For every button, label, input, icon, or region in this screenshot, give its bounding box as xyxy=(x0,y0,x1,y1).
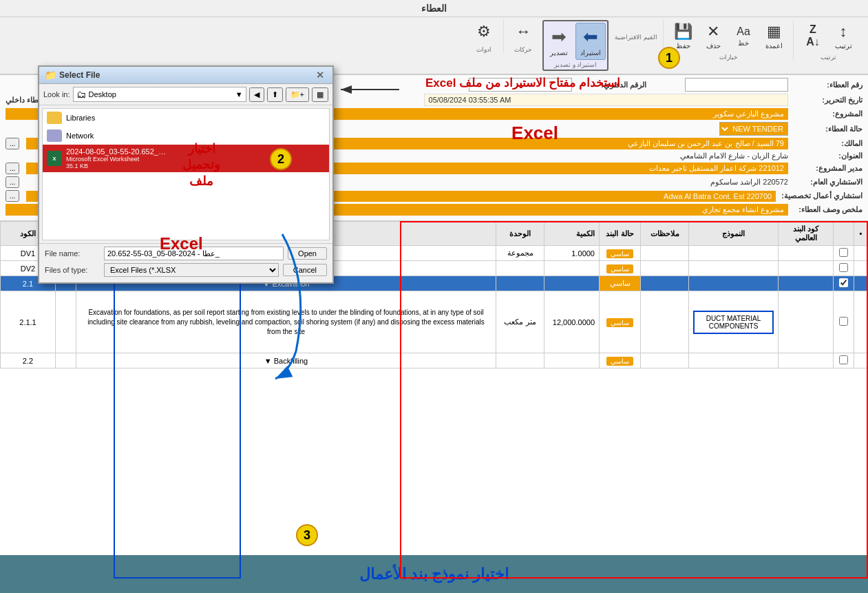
ribbon-section-khiyarat-label: خيارات xyxy=(719,54,738,61)
dialog-new-folder-btn[interactable]: 📁+ xyxy=(286,87,309,102)
cell-status: ساسي xyxy=(600,261,641,276)
cell-status: ساسي xyxy=(600,246,641,261)
status-tag: ساسي xyxy=(606,249,633,258)
special-consultant-pick-btn[interactable]: ... xyxy=(6,190,19,202)
ribbon-btn-font[interactable]: Aa خط xyxy=(730,23,757,50)
th-status: حالة البند xyxy=(600,222,641,246)
th-global-code: كود البند العالمي xyxy=(779,222,834,246)
ribbon-btn-save-label: حفظ xyxy=(676,42,690,50)
table-row[interactable]: ساسي Backfilling ▼ 2.2 xyxy=(1,353,868,368)
ribbon-btn-import-label: استيراد xyxy=(580,49,601,56)
dialog-close-btn[interactable]: ✕ xyxy=(313,70,327,81)
window-title: العطاء xyxy=(421,3,447,14)
ribbon-btn-columns[interactable]: ▦ اعمدة xyxy=(760,20,787,52)
consultant-pick-btn[interactable]: ... xyxy=(6,176,19,188)
ribbon-btn-delete-label: حذف xyxy=(706,42,721,50)
cell-check[interactable] xyxy=(834,261,854,276)
cell-dot xyxy=(854,276,868,291)
cell-gcode xyxy=(779,353,834,368)
folder-icon-libraries xyxy=(47,112,62,124)
arrow-dialog-to-import xyxy=(337,79,399,100)
font-icon: Aa xyxy=(737,25,750,38)
select-status[interactable]: NEW TENDER xyxy=(719,122,788,136)
ribbon-section-harakat: ↔ حركات xyxy=(503,20,542,53)
look-in-dropdown-icon: ▼ xyxy=(235,90,243,98)
export-icon: ➡ xyxy=(551,26,567,48)
cell-check[interactable] xyxy=(834,291,854,353)
table-row[interactable]: DUCT MATERIAL COMPONENTS ساسي 12,000.000… xyxy=(1,291,868,353)
cell-qty xyxy=(544,261,600,276)
th-dot: • xyxy=(854,222,868,246)
cell-unit xyxy=(496,261,544,276)
cell-notes xyxy=(641,291,689,353)
dialog-nav-up-btn[interactable]: ⬆ xyxy=(267,87,283,102)
ribbon-section-tartib: ↕ ترتيب ZA↓ ترتيب xyxy=(793,20,862,61)
folder-icon-network xyxy=(47,129,62,142)
owner-pick-btn[interactable]: ... xyxy=(6,138,19,149)
checkbox-row3[interactable] xyxy=(839,278,848,287)
status-tag: ساسي xyxy=(606,264,633,273)
label-project: المشروع: xyxy=(794,110,862,118)
annotation-excel-file: Excel xyxy=(160,234,203,253)
cell-check[interactable] xyxy=(834,246,854,261)
ribbon-section-adawat: ⚙ ادوات xyxy=(465,20,503,53)
cell-unit: متر مكعب xyxy=(496,291,544,353)
status-tag: ساسي xyxy=(606,357,633,366)
dialog-nav-back-btn[interactable]: ◀ xyxy=(249,87,264,102)
cell-unit xyxy=(496,353,544,368)
ribbon-btn-columns-label: اعمدة xyxy=(765,42,783,50)
th-template: النموذج xyxy=(689,222,779,246)
label-address: العنوان: xyxy=(794,152,862,160)
cell-dot xyxy=(854,353,868,368)
file-size-excel: 35.1 KB xyxy=(66,163,166,169)
delete-icon: ✕ xyxy=(707,23,719,41)
cell-notes xyxy=(641,353,689,368)
save-icon: 💾 xyxy=(674,23,692,41)
dialog-file-icon: 📁 xyxy=(45,70,56,81)
file-name-network: Network xyxy=(66,132,94,140)
ribbon-section-tartib-label: ترتيب xyxy=(821,54,836,61)
ribbon-btn-delete[interactable]: ✕ حذف xyxy=(699,20,727,52)
dialog-look-input: 🗂 Desktop ▼ xyxy=(73,87,246,102)
cell-unit xyxy=(496,276,544,291)
checkbox-row5[interactable] xyxy=(839,355,848,364)
cell-gcode xyxy=(779,291,834,353)
cell-template: DUCT MATERIAL COMPONENTS xyxy=(689,291,779,353)
dialog-view-btn[interactable]: ▦ xyxy=(312,87,328,102)
ribbon-section-import-export-label: استيراد و تصدير xyxy=(554,61,597,68)
checkbox-row4[interactable] xyxy=(839,317,848,326)
cell-template xyxy=(689,276,779,291)
list-item-libraries[interactable]: Libraries xyxy=(43,109,329,127)
cell-template xyxy=(689,246,779,261)
dialog-title-text: Select File xyxy=(59,70,100,80)
ribbon-btn-za[interactable]: ZA↓ xyxy=(799,21,827,52)
cell-template xyxy=(689,353,779,368)
cell-qty xyxy=(544,276,600,291)
cell-dot xyxy=(854,246,868,261)
checkbox-row1[interactable] xyxy=(839,248,848,257)
cell-notes xyxy=(641,246,689,261)
pm-pick-btn[interactable]: ... xyxy=(6,163,19,174)
ribbon-section-import-export: ⬅ استيراد ➡ تصدير استيراد و تصدير xyxy=(542,20,608,71)
checkbox-row2[interactable] xyxy=(839,263,848,272)
harakat-icon: ↔ xyxy=(516,23,531,41)
za-icon: ZA↓ xyxy=(806,23,820,48)
ribbon-btn-import[interactable]: ⬅ استيراد xyxy=(575,23,606,60)
ribbon-btn-tartib[interactable]: ↕ ترتيب xyxy=(829,20,857,52)
import-icon: ⬅ xyxy=(583,26,598,48)
cell-check[interactable] xyxy=(834,276,854,291)
cell-check[interactable] xyxy=(834,353,854,368)
adawat-icon: ⚙ xyxy=(477,23,491,41)
annotation-3-text: اختيار نموذج بند الأعمال xyxy=(359,565,509,583)
ribbon-btn-export[interactable]: ➡ تصدير xyxy=(545,23,573,59)
ribbon-btn-adawat[interactable]: ⚙ xyxy=(470,20,498,45)
cell-qty: 12,000.0000 xyxy=(544,291,600,353)
cell-status: ساسي xyxy=(600,276,641,291)
input-tender-num[interactable] xyxy=(685,78,788,92)
th-notes: ملاحظات xyxy=(641,222,689,246)
label-pm: مدير المشروع: xyxy=(794,164,862,173)
ribbon-section-harakat-label: حركات xyxy=(514,46,532,53)
ribbon-btn-harakat[interactable]: ↔ xyxy=(509,20,537,45)
ribbon-section-adawat-label: ادوات xyxy=(476,46,491,53)
dialog-filetype-label: Files of type: xyxy=(45,266,100,274)
